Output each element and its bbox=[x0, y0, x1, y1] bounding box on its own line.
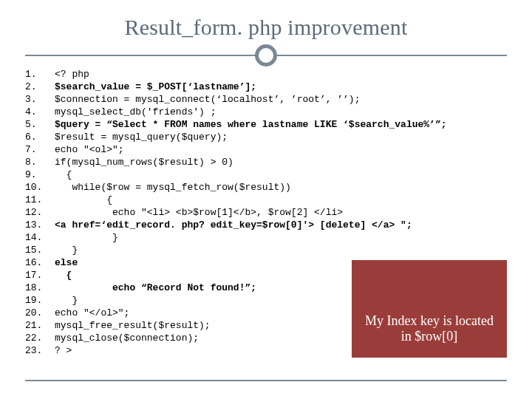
title-divider bbox=[25, 43, 507, 68]
line-number: 23. bbox=[25, 344, 55, 357]
page-title: Result_form. php improvement bbox=[25, 15, 507, 40]
code-text: } bbox=[55, 244, 507, 256]
callout-box: My Index key is located in $row[0] bbox=[352, 260, 507, 358]
code-text: while($row = mysql_fetch_row($result)) bbox=[55, 181, 507, 194]
code-text: $search_value = $_POST[‘lastname’]; bbox=[55, 81, 507, 93]
code-line: 9. { bbox=[25, 168, 507, 181]
code-line: 15. } bbox=[25, 244, 507, 256]
slide: Result_form. php improvement 1.<? php2.$… bbox=[0, 0, 532, 399]
line-number: 10. bbox=[25, 181, 55, 194]
divider-circle-icon bbox=[255, 44, 277, 66]
code-line: 4.mysql_select_db('friends') ; bbox=[25, 106, 507, 118]
line-number: 13. bbox=[25, 219, 55, 231]
callout-text: My Index key is located in $row[0] bbox=[362, 313, 497, 344]
code-line: 3.$connection = mysql_connect(‘localhost… bbox=[25, 93, 507, 106]
line-number: 19. bbox=[25, 294, 55, 307]
line-number: 16. bbox=[25, 256, 55, 269]
code-line: 14. } bbox=[25, 231, 507, 244]
line-number: 4. bbox=[25, 106, 55, 118]
code-text: if(mysql_num_rows($result) > 0) bbox=[55, 156, 507, 168]
code-line: 7.echo "<ol>"; bbox=[25, 143, 507, 156]
code-line: 1.<? php bbox=[25, 68, 507, 81]
code-line: 8.if(mysql_num_rows($result) > 0) bbox=[25, 156, 507, 168]
code-text: $query = “Select * FROM names where last… bbox=[55, 118, 507, 131]
code-text: } bbox=[55, 231, 507, 244]
code-line: 2.$search_value = $_POST[‘lastname’]; bbox=[25, 81, 507, 93]
footer-divider bbox=[25, 380, 507, 381]
code-text: $result = mysql_query($query); bbox=[55, 131, 507, 143]
line-number: 15. bbox=[25, 244, 55, 256]
code-text: <a href=‘edit_record. php? edit_key=$row… bbox=[55, 219, 507, 231]
code-line: 11. { bbox=[25, 194, 507, 206]
line-number: 9. bbox=[25, 168, 55, 181]
code-line: 13.<a href=‘edit_record. php? edit_key=$… bbox=[25, 219, 507, 231]
line-number: 20. bbox=[25, 307, 55, 319]
code-text: <? php bbox=[55, 68, 507, 81]
line-number: 18. bbox=[25, 282, 55, 294]
code-text: { bbox=[55, 168, 507, 181]
line-number: 7. bbox=[25, 143, 55, 156]
line-number: 3. bbox=[25, 93, 55, 106]
code-text: echo "<li> <b>$row[1]</b>, $row[2] </li> bbox=[55, 206, 507, 219]
line-number: 6. bbox=[25, 131, 55, 143]
line-number: 1. bbox=[25, 68, 55, 81]
line-number: 21. bbox=[25, 319, 55, 332]
code-line: 12. echo "<li> <b>$row[1]</b>, $row[2] <… bbox=[25, 206, 507, 219]
code-line: 6.$result = mysql_query($query); bbox=[25, 131, 507, 143]
line-number: 17. bbox=[25, 269, 55, 282]
line-number: 12. bbox=[25, 206, 55, 219]
code-text: echo "<ol>"; bbox=[55, 143, 507, 156]
line-number: 11. bbox=[25, 194, 55, 206]
code-line: 10. while($row = mysql_fetch_row($result… bbox=[25, 181, 507, 194]
line-number: 14. bbox=[25, 231, 55, 244]
code-text: mysql_select_db('friends') ; bbox=[55, 106, 507, 118]
line-number: 22. bbox=[25, 332, 55, 344]
code-text: { bbox=[55, 194, 507, 206]
line-number: 5. bbox=[25, 118, 55, 131]
code-line: 5.$query = “Select * FROM names where la… bbox=[25, 118, 507, 131]
line-number: 2. bbox=[25, 81, 55, 93]
line-number: 8. bbox=[25, 156, 55, 168]
code-text: $connection = mysql_connect(‘localhost’,… bbox=[55, 93, 507, 106]
